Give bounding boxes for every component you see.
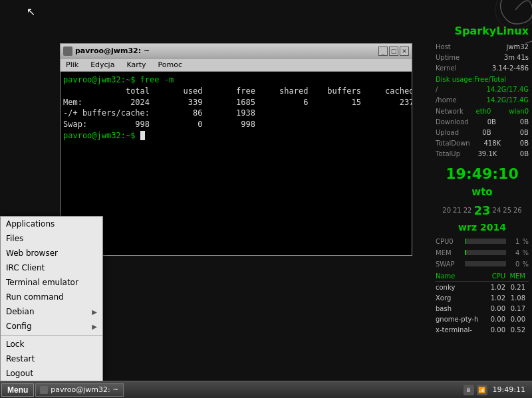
taskbar-window-button[interactable]: pavroo@jwm32: ~ [35,383,123,397]
conky-pr-mem-2: 1.08 [505,293,525,303]
terminal-window-buttons: _ □ ✕ [378,47,409,56]
conky-cal-24: 24 [493,205,501,215]
conky-mem-bar-row: MEM 4 % [436,248,529,258]
conky-totaldown-row: TotalDown 418K 0B [436,138,529,148]
terminal-maximize-button[interactable]: □ [389,47,398,56]
conky-disk-root-label: / [436,84,438,94]
conky-pr-name-4: gnome-pty-h [436,314,482,324]
conky-swap-bar-row: SWAP 0 % [436,259,529,269]
conky-download-row: Download 0B 0B [436,117,529,127]
conky-disk-root-row: / 14.2G/17.4G [436,84,529,94]
conky-cpu-label: CPU0 [436,237,462,247]
conky-cal-today: 23 [473,201,490,219]
menu-item-lock[interactable]: Lock [1,337,102,351]
conky-totalup-val2: 0B [520,149,529,159]
conky-mem-fill [465,250,466,255]
conky-network-label: Network [436,106,464,116]
conky-upload-val1: 0B [482,128,491,138]
terminal-menu-file[interactable]: Plik [63,60,81,70]
conky-mem-label: MEM [436,248,462,258]
menu-item-files[interactable]: Files [1,231,102,246]
menu-item-config[interactable]: Config ▶ [1,319,102,334]
taskbar-tray: 🖥 📶 19:49:11 [464,385,531,395]
start-menu-button[interactable]: Menu [1,383,34,397]
conky-kernel-label: Kernel [436,63,456,73]
menu-item-debian-arrow: ▶ [92,308,97,316]
terminal-menu-help[interactable]: Pomoc [156,60,185,70]
terminal-menu-edit[interactable]: Edycja [88,60,117,70]
menu-item-debian[interactable]: Debian ▶ [1,304,102,319]
taskbar-tray-icon-2: 📶 [477,385,487,395]
cursor-pointer: ↖ [27,5,35,13]
conky-process-header: Name CPU MEM [436,271,529,282]
menu-item-irc-client[interactable]: IRC Client [1,260,102,275]
menu-item-restart[interactable]: Restart [1,351,102,366]
terminal-body[interactable]: pavroo@jwm32:~$ free -m total used free … [61,72,412,255]
conky-cal-20: 20 [442,205,451,215]
conky-upload-row: Upload 0B 0B [436,128,529,138]
conky-kernel-value: 3.14-2-486 [492,63,529,73]
conky-pr-mem-5: 0.52 [505,325,525,335]
conky-wlan0-label: wlan0 [509,106,529,116]
desktop: ↖ SparkyLinux Host jwm32 Uptime 3m 41s K… [0,0,532,398]
conky-month-year: wrz 2014 [436,221,529,235]
conky-pr-name-3: bash [436,304,482,314]
terminal-line-6: pavroo@jwm32:~$ [63,130,409,142]
conky-network-header: Network eth0 wlan0 [436,106,529,116]
menu-item-applications[interactable]: Applications [1,217,102,231]
terminal-line-1: pavroo@jwm32:~$ free -m [63,74,409,86]
conky-process-1: conky 1.02 0.21 [436,282,529,292]
conky-download-val1: 0B [487,117,496,127]
conky-swap-pct: 0 [509,259,519,269]
conky-pr-cpu-3: 0.00 [482,304,505,314]
taskbar-clock: 19:49:11 [490,385,528,394]
menu-item-logout[interactable]: Logout [1,366,102,381]
conky-uptime-label: Uptime [436,52,460,62]
conky-pr-cpu-2: 1.02 [482,293,505,303]
conky-host-row: Host jwm32 [436,42,529,52]
conky-disk-label: Disk usage:Free/Total [436,76,506,83]
terminal-line-3: Mem: 2024 339 1685 6 15 237 [63,97,409,108]
conky-disk-home-label: /home [436,95,457,105]
conky-pr-name-5: x-terminal- [436,325,482,335]
taskbar-tray-icon-1: 🖥 [464,385,474,395]
conky-totalup-val1: 39.1K [477,149,497,159]
terminal-menu-tabs[interactable]: Karty [124,60,148,70]
conky-ph-cpu: CPU [482,271,505,281]
conky-monitor: SparkyLinux Host jwm32 Uptime 3m 41s Ker… [436,3,529,335]
terminal-line-5: Swap: 998 0 998 [63,119,409,130]
menu-item-run-command[interactable]: Run command [1,290,102,304]
conky-ph-name: Name [436,271,482,281]
conky-totaldown-val1: 418K [483,138,501,148]
conky-title: SparkyLinux [436,23,529,39]
terminal-line-4: -/+ buffers/cache: 86 1938 [63,108,409,119]
conky-pr-mem-3: 0.17 [505,304,525,314]
terminal-titlebar: pavroo@jwm32: ~ _ □ ✕ [61,44,412,58]
menu-separator [1,335,102,336]
conky-process-4: gnome-pty-h 0.00 0.00 [436,314,529,324]
conky-cpu-bar-row: CPU0 1 % [436,237,529,247]
conky-cpu-bar-container: CPU0 1 % MEM 4 % SWAP 0 [436,237,529,269]
conky-disk-section: Disk usage:Free/Total [436,74,529,84]
menu-item-web-browser[interactable]: Web browser [1,246,102,260]
terminal-minimize-button[interactable]: _ [378,47,388,56]
conky-process-2: Xorg 1.02 1.08 [436,293,529,303]
conky-download-label: Download [436,117,469,127]
conky-cpu-fill [465,239,466,244]
conky-pr-cpu-1: 1.02 [482,282,505,292]
conky-totaldown-val2: 0B [520,138,529,148]
conky-host-value: jwm32 [507,42,529,52]
menu-item-config-arrow: ▶ [92,323,97,330]
terminal-close-button[interactable]: ✕ [400,47,409,56]
conky-ph-mem: MEM [505,271,525,281]
terminal-menubar: Plik Edycja Karty Pomoc [61,58,412,72]
conky-eth0-label: eth0 [476,106,491,116]
conky-cal-25: 25 [503,205,511,215]
conky-disk-home-row: /home 14.2G/17.4G [436,95,529,105]
conky-swap-label: SWAP [436,259,462,269]
menu-item-terminal-emulator[interactable]: Terminal emulator [1,275,102,290]
conky-totalup-label: TotalUp [436,149,460,159]
conky-pr-cpu-5: 0.00 [482,325,505,335]
conky-cal-26: 26 [513,205,522,215]
conky-day: wto [436,185,529,200]
